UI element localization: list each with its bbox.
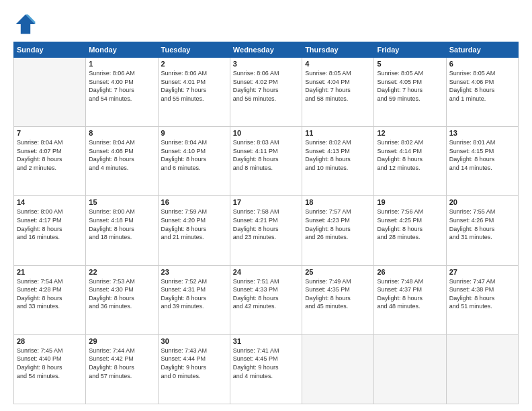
- calendar-cell: 19Sunrise: 7:56 AM Sunset: 4:25 PM Dayli…: [374, 196, 446, 265]
- calendar-cell: 13Sunrise: 8:01 AM Sunset: 4:15 PM Dayli…: [446, 127, 518, 196]
- week-row-3: 14Sunrise: 8:00 AM Sunset: 4:17 PM Dayli…: [14, 196, 519, 265]
- day-number: 30: [161, 337, 227, 345]
- day-info: Sunrise: 8:05 AM Sunset: 4:04 PM Dayligh…: [305, 69, 371, 103]
- day-info: Sunrise: 7:58 AM Sunset: 4:21 PM Dayligh…: [233, 208, 299, 241]
- calendar-cell: 15Sunrise: 8:00 AM Sunset: 4:18 PM Dayli…: [86, 196, 158, 265]
- day-info: Sunrise: 7:43 AM Sunset: 4:44 PM Dayligh…: [161, 347, 227, 380]
- logo: [13, 12, 40, 36]
- calendar-cell: 16Sunrise: 7:59 AM Sunset: 4:20 PM Dayli…: [158, 196, 230, 265]
- day-number: 29: [89, 337, 154, 345]
- calendar-cell: 20Sunrise: 7:55 AM Sunset: 4:26 PM Dayli…: [446, 196, 518, 265]
- day-info: Sunrise: 7:59 AM Sunset: 4:20 PM Dayligh…: [161, 208, 227, 241]
- weekday-header-monday: Monday: [86, 42, 158, 58]
- day-info: Sunrise: 7:55 AM Sunset: 4:26 PM Dayligh…: [449, 208, 515, 241]
- day-info: Sunrise: 7:51 AM Sunset: 4:33 PM Dayligh…: [233, 277, 299, 311]
- day-number: 17: [233, 198, 299, 206]
- logo-icon: [13, 12, 38, 36]
- day-number: 18: [305, 198, 371, 206]
- day-info: Sunrise: 8:01 AM Sunset: 4:15 PM Dayligh…: [449, 138, 515, 172]
- day-number: 15: [89, 198, 154, 206]
- day-number: 9: [161, 129, 227, 137]
- day-number: 20: [449, 198, 515, 206]
- calendar-table: SundayMondayTuesdayWednesdayThursdayFrid…: [13, 42, 519, 404]
- day-info: Sunrise: 8:05 AM Sunset: 4:05 PM Dayligh…: [377, 69, 443, 103]
- calendar-cell: 1Sunrise: 8:06 AM Sunset: 4:00 PM Daylig…: [86, 58, 158, 127]
- calendar-cell: 7Sunrise: 8:04 AM Sunset: 4:07 PM Daylig…: [14, 127, 86, 196]
- day-number: 25: [305, 268, 371, 276]
- day-info: Sunrise: 7:48 AM Sunset: 4:37 PM Dayligh…: [377, 277, 443, 311]
- day-number: 24: [233, 268, 299, 276]
- svg-marker-0: [16, 15, 36, 34]
- day-number: 31: [233, 337, 299, 345]
- header: [13, 12, 519, 36]
- calendar-cell: 22Sunrise: 7:53 AM Sunset: 4:30 PM Dayli…: [86, 265, 158, 334]
- calendar-cell: [446, 334, 518, 404]
- day-info: Sunrise: 8:04 AM Sunset: 4:10 PM Dayligh…: [161, 138, 227, 172]
- day-number: 1: [89, 60, 154, 68]
- day-info: Sunrise: 8:03 AM Sunset: 4:11 PM Dayligh…: [233, 138, 299, 172]
- day-info: Sunrise: 7:54 AM Sunset: 4:28 PM Dayligh…: [17, 277, 83, 311]
- calendar-cell: 26Sunrise: 7:48 AM Sunset: 4:37 PM Dayli…: [374, 265, 446, 334]
- day-info: Sunrise: 7:44 AM Sunset: 4:42 PM Dayligh…: [89, 347, 154, 380]
- calendar-cell: 6Sunrise: 8:05 AM Sunset: 4:06 PM Daylig…: [446, 58, 518, 127]
- day-number: 6: [449, 60, 515, 68]
- calendar-cell: 3Sunrise: 8:06 AM Sunset: 4:02 PM Daylig…: [230, 58, 302, 127]
- day-info: Sunrise: 8:02 AM Sunset: 4:13 PM Dayligh…: [305, 138, 371, 172]
- day-number: 4: [305, 60, 371, 68]
- calendar-cell: 10Sunrise: 8:03 AM Sunset: 4:11 PM Dayli…: [230, 127, 302, 196]
- day-info: Sunrise: 7:47 AM Sunset: 4:38 PM Dayligh…: [449, 277, 515, 311]
- day-info: Sunrise: 7:56 AM Sunset: 4:25 PM Dayligh…: [377, 208, 443, 241]
- day-info: Sunrise: 8:05 AM Sunset: 4:06 PM Dayligh…: [449, 69, 515, 103]
- week-row-4: 21Sunrise: 7:54 AM Sunset: 4:28 PM Dayli…: [14, 265, 519, 334]
- day-number: 27: [449, 268, 515, 276]
- day-info: Sunrise: 7:57 AM Sunset: 4:23 PM Dayligh…: [305, 208, 371, 241]
- calendar-cell: 8Sunrise: 8:04 AM Sunset: 4:08 PM Daylig…: [86, 127, 158, 196]
- day-info: Sunrise: 7:49 AM Sunset: 4:35 PM Dayligh…: [305, 277, 371, 311]
- day-info: Sunrise: 8:00 AM Sunset: 4:18 PM Dayligh…: [89, 208, 154, 241]
- calendar-cell: 23Sunrise: 7:52 AM Sunset: 4:31 PM Dayli…: [158, 265, 230, 334]
- weekday-header-saturday: Saturday: [446, 42, 518, 58]
- calendar-cell: 24Sunrise: 7:51 AM Sunset: 4:33 PM Dayli…: [230, 265, 302, 334]
- weekday-header-tuesday: Tuesday: [158, 42, 230, 58]
- week-row-2: 7Sunrise: 8:04 AM Sunset: 4:07 PM Daylig…: [14, 127, 519, 196]
- calendar-cell: [374, 334, 446, 404]
- day-info: Sunrise: 7:52 AM Sunset: 4:31 PM Dayligh…: [161, 277, 227, 311]
- day-number: 12: [377, 129, 443, 137]
- weekday-header-friday: Friday: [374, 42, 446, 58]
- day-number: 3: [233, 60, 299, 68]
- day-number: 26: [377, 268, 443, 276]
- calendar-cell: 9Sunrise: 8:04 AM Sunset: 4:10 PM Daylig…: [158, 127, 230, 196]
- day-info: Sunrise: 7:53 AM Sunset: 4:30 PM Dayligh…: [89, 277, 154, 311]
- week-row-5: 28Sunrise: 7:45 AM Sunset: 4:40 PM Dayli…: [14, 334, 519, 404]
- day-info: Sunrise: 8:02 AM Sunset: 4:14 PM Dayligh…: [377, 138, 443, 172]
- calendar-cell: 25Sunrise: 7:49 AM Sunset: 4:35 PM Dayli…: [302, 265, 374, 334]
- weekday-header-thursday: Thursday: [302, 42, 374, 58]
- calendar-cell: 17Sunrise: 7:58 AM Sunset: 4:21 PM Dayli…: [230, 196, 302, 265]
- week-row-1: 1Sunrise: 8:06 AM Sunset: 4:00 PM Daylig…: [14, 58, 519, 127]
- day-number: 21: [17, 268, 83, 276]
- day-number: 11: [305, 129, 371, 137]
- day-info: Sunrise: 8:04 AM Sunset: 4:08 PM Dayligh…: [89, 138, 154, 172]
- day-number: 10: [233, 129, 299, 137]
- day-number: 5: [377, 60, 443, 68]
- calendar-cell: 29Sunrise: 7:44 AM Sunset: 4:42 PM Dayli…: [86, 334, 158, 404]
- day-number: 8: [89, 129, 154, 137]
- calendar-cell: 21Sunrise: 7:54 AM Sunset: 4:28 PM Dayli…: [14, 265, 86, 334]
- day-number: 28: [17, 337, 83, 345]
- day-number: 7: [17, 129, 83, 137]
- calendar-cell: 27Sunrise: 7:47 AM Sunset: 4:38 PM Dayli…: [446, 265, 518, 334]
- day-number: 22: [89, 268, 154, 276]
- day-number: 23: [161, 268, 227, 276]
- day-number: 14: [17, 198, 83, 206]
- calendar-cell: 30Sunrise: 7:43 AM Sunset: 4:44 PM Dayli…: [158, 334, 230, 404]
- day-number: 13: [449, 129, 515, 137]
- day-number: 2: [161, 60, 227, 68]
- calendar-cell: 4Sunrise: 8:05 AM Sunset: 4:04 PM Daylig…: [302, 58, 374, 127]
- page: SundayMondayTuesdayWednesdayThursdayFrid…: [0, 0, 532, 411]
- weekday-header-wednesday: Wednesday: [230, 42, 302, 58]
- calendar-cell: 2Sunrise: 8:06 AM Sunset: 4:01 PM Daylig…: [158, 58, 230, 127]
- calendar-cell: 12Sunrise: 8:02 AM Sunset: 4:14 PM Dayli…: [374, 127, 446, 196]
- calendar-cell: 18Sunrise: 7:57 AM Sunset: 4:23 PM Dayli…: [302, 196, 374, 265]
- weekday-header-sunday: Sunday: [14, 42, 86, 58]
- day-info: Sunrise: 8:06 AM Sunset: 4:01 PM Dayligh…: [161, 69, 227, 103]
